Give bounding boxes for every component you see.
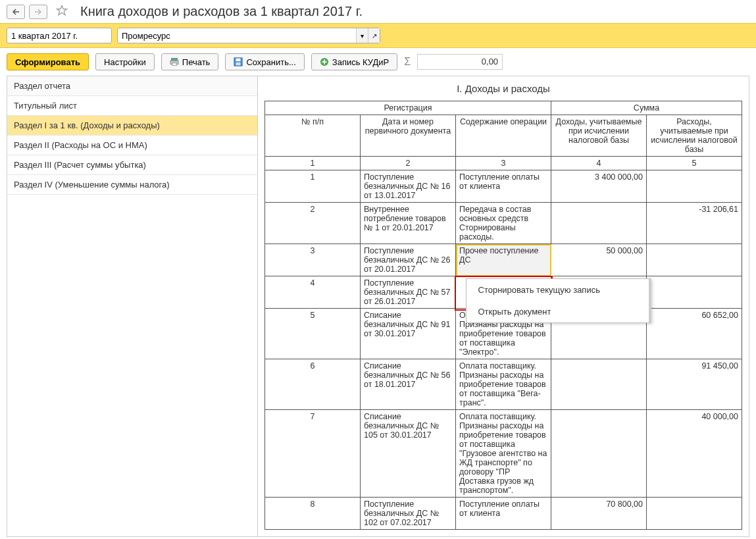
cell-document[interactable]: Списание безналичных ДС № 56 от 18.01.20… [361,359,456,410]
cell-income[interactable]: 3 400 000,00 [551,170,647,203]
sidebar-item-0[interactable]: Титульный лист [7,96,257,116]
cell-income[interactable]: 70 800,00 [551,498,647,530]
cell-number[interactable]: 1 [265,170,361,203]
cell-document[interactable]: Внутреннее потребление товаров № 1 от 20… [361,203,456,244]
sidebar-item-4[interactable]: Раздел IV (Уменьшение суммы налога) [7,175,257,195]
form-report-button[interactable]: Сформировать [7,53,89,70]
period-field[interactable]: ... [7,28,112,43]
cell-number[interactable]: 5 [265,309,361,359]
table-row[interactable]: 6Списание безналичных ДС № 56 от 18.01.2… [265,359,742,410]
cell-operation[interactable]: Поступление оплаты от клиента [456,498,551,530]
header-group-registration: Регистрация [265,101,551,115]
cell-document[interactable]: Поступление безналичных ДС № 57 от 26.01… [361,276,456,309]
header-expense: Расходы, учитываемые при исчислении нало… [647,115,742,157]
cell-operation[interactable]: Прочее поступление ДС [456,244,551,276]
context-reverse-entry[interactable]: Сторнировать текущую запись [466,279,649,301]
diskette-icon [234,57,243,66]
cell-operation[interactable]: Поступление оплаты от клиента [456,170,551,203]
cell-expense[interactable] [647,498,742,530]
context-open-document[interactable]: Открыть документ [466,301,649,322]
record-kudir-button[interactable]: Запись КУДиР [311,53,397,70]
table-row[interactable]: 8Поступление безналичных ДС № 102 от 07.… [265,498,742,530]
cell-expense[interactable] [647,276,742,309]
cell-document[interactable]: Списание безналичных ДС № 91 от 30.01.20… [361,309,456,359]
cell-expense[interactable]: -31 206,61 [647,203,742,244]
header-income: Доходы, учитываемые при исчислении налог… [551,115,647,157]
header-sub-4: 4 [551,157,647,170]
cell-expense[interactable] [647,244,742,276]
cell-number[interactable]: 6 [265,359,361,410]
table-row[interactable]: 3Поступление безналичных ДС № 26 от 20.0… [265,244,742,276]
save-button[interactable]: Сохранить... [225,53,304,70]
svg-rect-4 [236,59,241,61]
cell-operation[interactable]: Оплата поставщику. Признаны расходы на п… [456,359,551,410]
svg-rect-5 [236,63,241,65]
header-sub-5: 5 [647,157,742,170]
cell-document[interactable]: Поступление безналичных ДС № 16 от 13.01… [361,170,456,203]
cell-document[interactable]: Списание безналичных ДС № 105 от 30.01.2… [361,410,456,498]
cell-income[interactable] [551,203,647,244]
header-sub-3: 3 [456,157,551,170]
header-sub-1: 1 [265,157,361,170]
sigma-icon: Σ [404,56,411,68]
header-group-sum: Сумма [551,101,742,115]
context-menu: Сторнировать текущую запись Открыть доку… [466,278,651,323]
arrow-right-icon [34,9,42,15]
plus-icon [320,57,329,66]
cell-document[interactable]: Поступление безналичных ДС № 26 от 20.01… [361,244,456,276]
sidebar-item-3[interactable]: Раздел III (Расчет суммы убытка) [7,155,257,175]
svg-rect-0 [171,59,177,61]
organization-input[interactable] [118,31,356,41]
report-sections-sidebar: Раздел отчета Титульный листРаздел I за … [7,76,258,537]
header-document: Дата и номер первичного документа [361,115,456,157]
favorite-star-icon[interactable] [55,4,68,19]
sum-amount-display: 0,00 [417,54,503,70]
cell-document[interactable]: Поступление безналичных ДС № 102 от 07.0… [361,498,456,530]
nav-forward-button[interactable] [29,5,47,19]
table-row[interactable]: 2Внутреннее потребление товаров № 1 от 2… [265,203,742,244]
table-row[interactable]: 1Поступление безналичных ДС № 16 от 13.0… [265,170,742,203]
organization-open-button[interactable]: ↗ [368,28,380,43]
cell-expense[interactable]: 91 450,00 [647,359,742,410]
report-area: I. Доходы и расходы Регистрация Сумма № … [258,76,749,537]
header-operation: Содержание операции [456,115,551,157]
organization-field[interactable]: ▾ ↗ [117,28,380,43]
cell-number[interactable]: 3 [265,244,361,276]
sidebar-item-1[interactable]: Раздел I за 1 кв. (Доходы и расходы) [7,116,257,136]
cell-number[interactable]: 7 [265,410,361,498]
cell-income[interactable]: 50 000,00 [551,244,647,276]
cell-expense[interactable]: 40 000,00 [647,410,742,498]
report-section-title: I. Доходы и расходы [258,76,749,101]
nav-back-button[interactable] [7,5,25,19]
page-title: Книга доходов и расходов за 1 квартал 20… [80,4,363,19]
svg-rect-2 [172,63,176,66]
sidebar-item-2[interactable]: Раздел II (Расходы на ОС и НМА) [7,136,257,155]
settings-button[interactable]: Настройки [95,53,155,70]
cell-operation[interactable]: Передача в состав основных средств Сторн… [456,203,551,244]
cell-number[interactable]: 4 [265,276,361,309]
organization-dropdown-button[interactable]: ▾ [356,28,368,43]
cell-income[interactable] [551,359,647,410]
header-number: № п/п [265,115,361,157]
printer-icon [170,57,179,66]
cell-number[interactable]: 2 [265,203,361,244]
print-button[interactable]: Печать [161,53,219,70]
header-sub-2: 2 [361,157,456,170]
table-row[interactable]: 7Списание безналичных ДС № 105 от 30.01.… [265,410,742,498]
cell-operation[interactable]: Оплата поставщику. Признаны расходы на п… [456,410,551,498]
cell-number[interactable]: 8 [265,498,361,530]
sidebar-header: Раздел отчета [7,76,257,96]
cell-income[interactable] [551,410,647,498]
cell-expense[interactable]: 60 652,00 [647,309,742,359]
cell-expense[interactable] [647,170,742,203]
period-input[interactable] [7,31,126,41]
arrow-left-icon [12,9,20,15]
